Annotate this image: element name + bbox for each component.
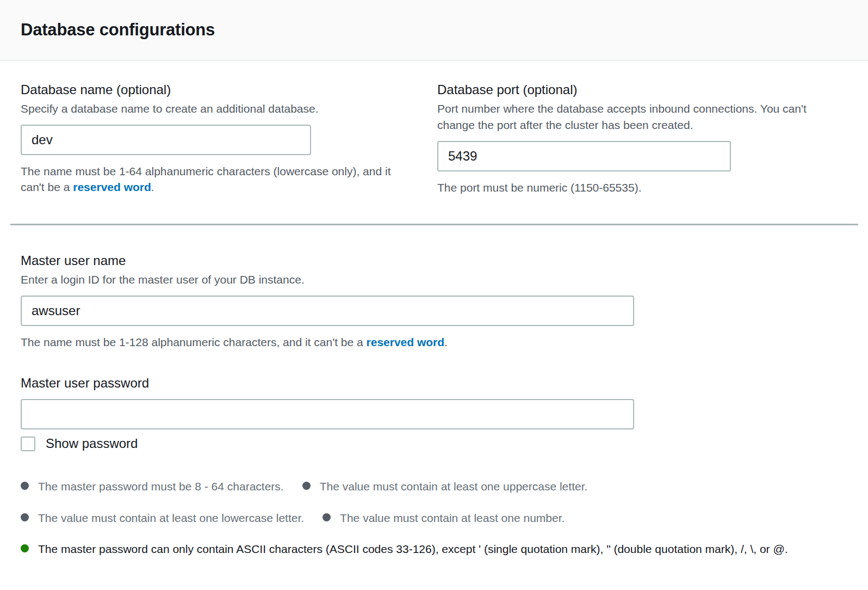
master-user-name-input[interactable] — [21, 296, 634, 326]
master-user-password-input[interactable] — [21, 399, 634, 429]
requirements-row: The master password must be 8 - 64 chara… — [21, 478, 810, 495]
panel-content: Database name (optional) Specify a datab… — [0, 61, 868, 558]
requirement-item: The value must contain at least one numb… — [323, 512, 565, 524]
reserved-word-link[interactable]: reserved word — [367, 336, 445, 348]
database-port-constraint: The port must be numeric (1150-65535). — [437, 180, 840, 195]
show-password-checkbox[interactable] — [21, 437, 35, 451]
database-name-description: Specify a database name to create an add… — [21, 101, 407, 117]
requirement-item: The value must contain at least one lowe… — [21, 512, 304, 524]
password-requirements: The master password must be 8 - 64 chara… — [21, 478, 810, 557]
master-user-name-constraint-suffix: . — [444, 336, 448, 348]
database-port-field: Database port (optional) Port number whe… — [437, 82, 840, 195]
requirement-text: The master password must be 8 - 64 chara… — [38, 480, 284, 493]
database-port-description: Port number where the database accepts i… — [437, 101, 840, 133]
database-configurations-panel: Database configurations Database name (o… — [0, 0, 868, 590]
requirement-text: The master password can only contain ASC… — [38, 543, 788, 555]
requirement-item-satisfied: The master password can only contain ASC… — [21, 543, 788, 555]
master-user-name-constraint: The name must be 1-128 alphanumeric char… — [21, 334, 847, 350]
requirements-row: The master password can only contain ASC… — [21, 541, 810, 557]
requirements-row: The value must contain at least one lowe… — [21, 510, 810, 526]
master-user-name-description: Enter a login ID for the master user of … — [21, 272, 847, 288]
show-password-label[interactable]: Show password — [46, 436, 138, 451]
requirement-item: The master password must be 8 - 64 chara… — [21, 480, 284, 493]
master-user-password-label: Master user password — [21, 375, 847, 391]
requirement-text: The value must contain at least one numb… — [340, 512, 565, 524]
master-user-name-field: Master user name Enter a login ID for th… — [21, 253, 847, 350]
requirement-text: The value must contain at least one uppe… — [320, 480, 588, 493]
show-password-row: Show password — [21, 436, 847, 451]
reserved-word-link[interactable]: reserved word — [73, 181, 151, 193]
database-name-input[interactable] — [21, 125, 311, 155]
page-title: Database configurations — [21, 20, 215, 40]
pending-bullet-icon — [302, 482, 311, 490]
database-name-constraint: The name must be 1-64 alphanumeric chara… — [21, 163, 407, 195]
panel-header: Database configurations — [0, 0, 868, 61]
database-port-input[interactable] — [437, 141, 731, 171]
satisfied-bullet-icon — [21, 544, 29, 552]
requirement-text: The value must contain at least one lowe… — [38, 512, 304, 524]
pending-bullet-icon — [21, 513, 29, 521]
database-name-field: Database name (optional) Specify a datab… — [21, 82, 407, 195]
master-user-name-label: Master user name — [21, 253, 847, 269]
master-user-name-constraint-text: The name must be 1-128 alphanumeric char… — [21, 336, 367, 348]
pending-bullet-icon — [323, 513, 331, 521]
database-name-label: Database name (optional) — [21, 82, 407, 98]
pending-bullet-icon — [21, 482, 29, 490]
master-user-password-field: Master user password Show password — [21, 375, 847, 451]
database-name-constraint-suffix: . — [151, 181, 154, 193]
db-name-port-row: Database name (optional) Specify a datab… — [21, 82, 847, 195]
requirement-item: The value must contain at least one uppe… — [302, 480, 588, 493]
section-divider — [10, 224, 858, 225]
database-port-label: Database port (optional) — [437, 82, 840, 98]
